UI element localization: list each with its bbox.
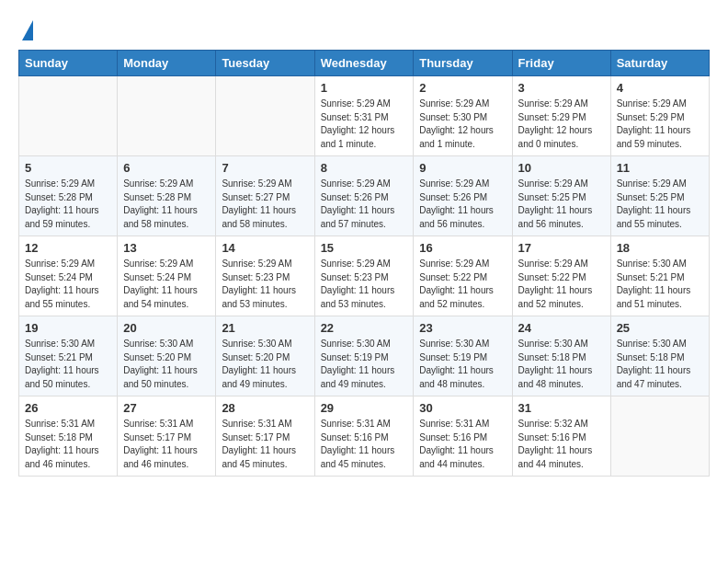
day-info: Sunrise: 5:31 AM Sunset: 5:18 PM Dayligh… [25, 418, 111, 471]
day-info: Sunrise: 5:29 AM Sunset: 5:31 PM Dayligh… [321, 98, 408, 151]
logo-triangle-icon [22, 20, 33, 40]
day-info: Sunrise: 5:30 AM Sunset: 5:19 PM Dayligh… [419, 338, 506, 391]
day-info: Sunrise: 5:29 AM Sunset: 5:28 PM Dayligh… [123, 178, 210, 231]
day-number: 24 [518, 321, 605, 335]
calendar-week-5: 26Sunrise: 5:31 AM Sunset: 5:18 PM Dayli… [19, 396, 710, 477]
calendar-cell [610, 396, 709, 477]
calendar-header-row: SundayMondayTuesdayWednesdayThursdayFrid… [19, 51, 710, 76]
calendar-cell: 3Sunrise: 5:29 AM Sunset: 5:29 PM Daylig… [512, 76, 610, 156]
calendar-cell: 11Sunrise: 5:29 AM Sunset: 5:25 PM Dayli… [610, 156, 709, 236]
calendar-week-3: 12Sunrise: 5:29 AM Sunset: 5:24 PM Dayli… [19, 236, 710, 316]
day-info: Sunrise: 5:29 AM Sunset: 5:28 PM Dayligh… [25, 178, 111, 231]
day-number: 25 [617, 321, 703, 335]
calendar-cell: 4Sunrise: 5:29 AM Sunset: 5:29 PM Daylig… [610, 76, 709, 156]
day-info: Sunrise: 5:30 AM Sunset: 5:21 PM Dayligh… [25, 338, 111, 391]
day-number: 8 [321, 161, 408, 175]
calendar-cell: 2Sunrise: 5:29 AM Sunset: 5:30 PM Daylig… [414, 76, 512, 156]
calendar-cell: 8Sunrise: 5:29 AM Sunset: 5:26 PM Daylig… [314, 156, 414, 236]
day-number: 19 [25, 321, 111, 335]
calendar-cell: 5Sunrise: 5:29 AM Sunset: 5:28 PM Daylig… [19, 156, 118, 236]
day-number: 14 [222, 241, 308, 255]
day-info: Sunrise: 5:29 AM Sunset: 5:25 PM Dayligh… [518, 178, 605, 231]
calendar-cell: 16Sunrise: 5:29 AM Sunset: 5:22 PM Dayli… [414, 236, 512, 316]
calendar-cell: 6Sunrise: 5:29 AM Sunset: 5:28 PM Daylig… [118, 156, 216, 236]
calendar-week-1: 1Sunrise: 5:29 AM Sunset: 5:31 PM Daylig… [19, 76, 710, 156]
day-info: Sunrise: 5:29 AM Sunset: 5:25 PM Dayligh… [617, 178, 703, 231]
calendar-cell: 30Sunrise: 5:31 AM Sunset: 5:16 PM Dayli… [414, 396, 512, 477]
day-number: 31 [518, 401, 605, 415]
day-number: 9 [419, 161, 506, 175]
calendar-cell: 23Sunrise: 5:30 AM Sunset: 5:19 PM Dayli… [414, 316, 512, 396]
day-number: 30 [419, 401, 506, 415]
day-info: Sunrise: 5:29 AM Sunset: 5:29 PM Dayligh… [617, 98, 703, 151]
calendar-table: SundayMondayTuesdayWednesdayThursdayFrid… [18, 50, 710, 477]
calendar-cell: 12Sunrise: 5:29 AM Sunset: 5:24 PM Dayli… [19, 236, 118, 316]
day-info: Sunrise: 5:30 AM Sunset: 5:18 PM Dayligh… [617, 338, 703, 391]
weekday-header-saturday: Saturday [610, 51, 709, 76]
calendar-cell [216, 76, 314, 156]
calendar-cell: 15Sunrise: 5:29 AM Sunset: 5:23 PM Dayli… [314, 236, 414, 316]
day-number: 4 [617, 81, 703, 95]
logo [18, 18, 33, 40]
weekday-header-friday: Friday [512, 51, 610, 76]
calendar-cell [19, 76, 118, 156]
weekday-header-thursday: Thursday [414, 51, 512, 76]
day-number: 28 [222, 401, 308, 415]
weekday-header-monday: Monday [118, 51, 216, 76]
calendar-cell: 14Sunrise: 5:29 AM Sunset: 5:23 PM Dayli… [216, 236, 314, 316]
day-info: Sunrise: 5:29 AM Sunset: 5:22 PM Dayligh… [518, 258, 605, 311]
calendar-cell: 31Sunrise: 5:32 AM Sunset: 5:16 PM Dayli… [512, 396, 610, 477]
calendar-cell: 27Sunrise: 5:31 AM Sunset: 5:17 PM Dayli… [118, 396, 216, 477]
day-number: 12 [25, 241, 111, 255]
day-info: Sunrise: 5:31 AM Sunset: 5:17 PM Dayligh… [123, 418, 210, 471]
day-number: 18 [617, 241, 703, 255]
day-number: 29 [321, 401, 408, 415]
calendar-cell: 1Sunrise: 5:29 AM Sunset: 5:31 PM Daylig… [314, 76, 414, 156]
day-number: 15 [321, 241, 408, 255]
day-number: 20 [123, 321, 210, 335]
calendar-cell: 9Sunrise: 5:29 AM Sunset: 5:26 PM Daylig… [414, 156, 512, 236]
calendar-cell: 26Sunrise: 5:31 AM Sunset: 5:18 PM Dayli… [19, 396, 118, 477]
calendar-week-2: 5Sunrise: 5:29 AM Sunset: 5:28 PM Daylig… [19, 156, 710, 236]
day-number: 26 [25, 401, 111, 415]
weekday-header-tuesday: Tuesday [216, 51, 314, 76]
calendar-cell: 7Sunrise: 5:29 AM Sunset: 5:27 PM Daylig… [216, 156, 314, 236]
page-header [18, 18, 710, 40]
day-info: Sunrise: 5:31 AM Sunset: 5:16 PM Dayligh… [321, 418, 408, 471]
day-info: Sunrise: 5:30 AM Sunset: 5:21 PM Dayligh… [617, 258, 703, 311]
calendar-week-4: 19Sunrise: 5:30 AM Sunset: 5:21 PM Dayli… [19, 316, 710, 396]
day-number: 22 [321, 321, 408, 335]
calendar-cell: 20Sunrise: 5:30 AM Sunset: 5:20 PM Dayli… [118, 316, 216, 396]
calendar-cell: 10Sunrise: 5:29 AM Sunset: 5:25 PM Dayli… [512, 156, 610, 236]
day-number: 6 [123, 161, 210, 175]
day-info: Sunrise: 5:32 AM Sunset: 5:16 PM Dayligh… [518, 418, 605, 471]
day-info: Sunrise: 5:30 AM Sunset: 5:20 PM Dayligh… [123, 338, 210, 391]
day-info: Sunrise: 5:29 AM Sunset: 5:24 PM Dayligh… [123, 258, 210, 311]
day-info: Sunrise: 5:30 AM Sunset: 5:18 PM Dayligh… [518, 338, 605, 391]
day-number: 5 [25, 161, 111, 175]
calendar-cell: 18Sunrise: 5:30 AM Sunset: 5:21 PM Dayli… [610, 236, 709, 316]
day-info: Sunrise: 5:29 AM Sunset: 5:22 PM Dayligh… [419, 258, 506, 311]
day-info: Sunrise: 5:29 AM Sunset: 5:27 PM Dayligh… [222, 178, 308, 231]
day-number: 21 [222, 321, 308, 335]
day-number: 27 [123, 401, 210, 415]
day-number: 2 [419, 81, 506, 95]
day-number: 10 [518, 161, 605, 175]
day-number: 11 [617, 161, 703, 175]
day-info: Sunrise: 5:29 AM Sunset: 5:24 PM Dayligh… [25, 258, 111, 311]
day-number: 7 [222, 161, 308, 175]
calendar-cell: 25Sunrise: 5:30 AM Sunset: 5:18 PM Dayli… [610, 316, 709, 396]
day-info: Sunrise: 5:31 AM Sunset: 5:17 PM Dayligh… [222, 418, 308, 471]
calendar-cell: 17Sunrise: 5:29 AM Sunset: 5:22 PM Dayli… [512, 236, 610, 316]
day-number: 23 [419, 321, 506, 335]
weekday-header-wednesday: Wednesday [314, 51, 414, 76]
calendar-cell [118, 76, 216, 156]
day-info: Sunrise: 5:30 AM Sunset: 5:19 PM Dayligh… [321, 338, 408, 391]
day-info: Sunrise: 5:29 AM Sunset: 5:23 PM Dayligh… [222, 258, 308, 311]
calendar-cell: 24Sunrise: 5:30 AM Sunset: 5:18 PM Dayli… [512, 316, 610, 396]
day-info: Sunrise: 5:29 AM Sunset: 5:29 PM Dayligh… [518, 98, 605, 151]
day-number: 13 [123, 241, 210, 255]
day-number: 1 [321, 81, 408, 95]
day-number: 3 [518, 81, 605, 95]
calendar-cell: 21Sunrise: 5:30 AM Sunset: 5:20 PM Dayli… [216, 316, 314, 396]
